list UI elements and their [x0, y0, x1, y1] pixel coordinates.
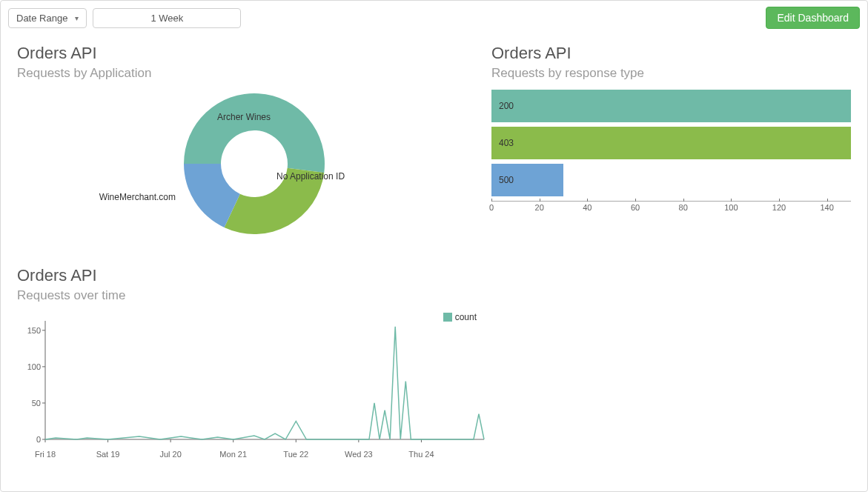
panel-subtitle: Requests over time — [17, 288, 851, 303]
line-chart: count 050100150Fri 18Sat 19Jul 20Mon 21T… — [17, 312, 491, 460]
edit-dashboard-button[interactable]: Edit Dashboard — [766, 7, 860, 29]
line-y-tick: 150 — [19, 326, 41, 335]
hbar-bar-label: 200 — [499, 101, 514, 111]
hbar-x-tick: 40 — [583, 203, 592, 212]
line-x-tick: Wed 23 — [345, 450, 373, 459]
donut-slice-label: WineMerchant.com — [99, 192, 176, 202]
line-y-tick: 100 — [19, 362, 41, 371]
panel-subtitle: Requests by Application — [17, 66, 477, 81]
line-x-tick: Jul 20 — [159, 450, 181, 459]
panel-requests-over-time: Orders API Requests over time count 0501… — [17, 260, 851, 460]
donut-slice-label: No Application ID — [276, 171, 345, 182]
line-x-tick: Fri 18 — [35, 450, 56, 459]
line-x-tick: Sat 19 — [96, 450, 120, 459]
hbar-x-tick: 60 — [631, 203, 640, 212]
hbar-row: 403 — [491, 127, 851, 159]
panel-subtitle: Requests by response type — [491, 66, 851, 81]
hbar-row: 200 — [491, 90, 851, 122]
panel-title: Orders API — [17, 266, 851, 285]
hbar-bar[interactable] — [491, 90, 851, 122]
hbar-x-tick: 100 — [724, 203, 738, 212]
line-y-tick: 0 — [19, 435, 41, 444]
panel-requests-by-application: Orders API Requests by Application No Ap… — [17, 38, 477, 253]
hbar-x-tick: 80 — [679, 203, 688, 212]
hbar-bar-label: 500 — [499, 175, 514, 185]
dashboard-frame: Date Range ▾ 1 Week Edit Dashboard Order… — [0, 0, 868, 492]
panel-title: Orders API — [491, 44, 851, 63]
hbar-bar[interactable] — [491, 127, 851, 159]
hbar-x-tick: 20 — [535, 203, 544, 212]
hbar-bar-label: 403 — [499, 138, 514, 148]
line-series[interactable] — [45, 327, 484, 439]
line-y-tick: 50 — [19, 399, 41, 408]
hbar-x-axis: 020406080100120140 — [491, 201, 851, 216]
date-range-label: Date Range — [16, 13, 67, 24]
date-range-dropdown[interactable]: Date Range ▾ — [8, 8, 87, 28]
chevron-down-icon: ▾ — [75, 14, 79, 22]
hbar-x-tick: 120 — [772, 203, 786, 212]
line-x-tick: Thu 24 — [408, 450, 434, 459]
hbar-row: 500 — [491, 164, 851, 196]
date-range-value-input[interactable]: 1 Week — [93, 8, 241, 28]
panel-title: Orders API — [17, 44, 477, 63]
line-x-tick: Tue 22 — [283, 450, 308, 459]
hbar-x-tick: 140 — [820, 203, 833, 212]
donut-slice[interactable] — [184, 93, 325, 173]
hbar-chart: 200403500020406080100120140 — [491, 90, 851, 238]
donut-chart: No Application IDWineMerchant.comArcher … — [17, 90, 477, 253]
panel-requests-by-response-type: Orders API Requests by response type 200… — [491, 38, 851, 253]
hbar-x-tick: 0 — [489, 203, 494, 212]
donut-slice-label: Archer Wines — [217, 112, 271, 122]
topbar: Date Range ▾ 1 Week Edit Dashboard — [8, 7, 860, 29]
line-x-tick: Mon 21 — [219, 450, 247, 459]
